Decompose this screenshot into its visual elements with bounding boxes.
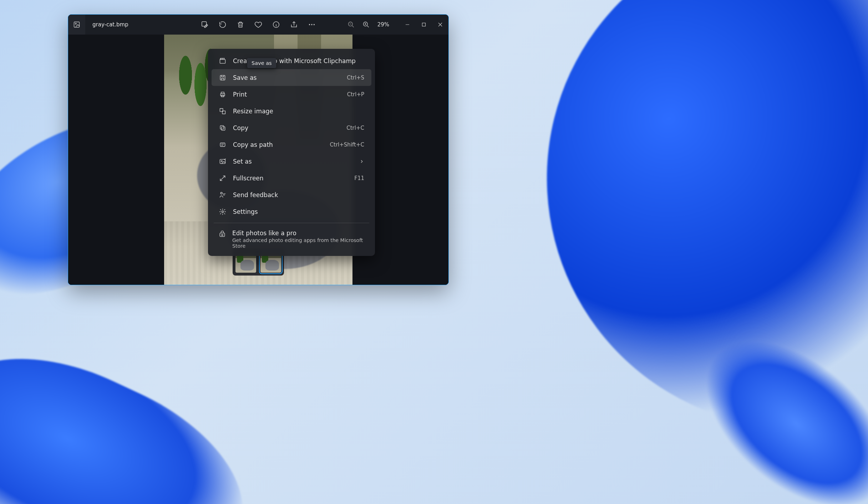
svg-point-6 bbox=[314, 24, 315, 25]
svg-rect-24 bbox=[222, 234, 222, 235]
more-icon bbox=[308, 21, 316, 29]
menu-item-shortcut: Ctrl+C bbox=[346, 125, 364, 131]
info-button[interactable] bbox=[271, 20, 281, 30]
svg-rect-17 bbox=[220, 125, 224, 129]
menu-item-label: Send feedback bbox=[233, 191, 358, 199]
favorite-button[interactable] bbox=[253, 20, 263, 30]
svg-point-5 bbox=[311, 24, 312, 25]
printer-icon bbox=[219, 91, 227, 98]
menu-item-shortcut: F11 bbox=[354, 175, 364, 181]
wallpaper-swirl bbox=[0, 320, 272, 504]
svg-rect-26 bbox=[222, 235, 222, 236]
feedback-icon bbox=[219, 191, 227, 199]
menu-item-label: Copy as path bbox=[233, 141, 324, 148]
more-context-menu: Create a video with Microsoft Clipchamp … bbox=[208, 49, 375, 256]
svg-rect-10 bbox=[220, 59, 225, 63]
zoom-out-button[interactable] bbox=[346, 20, 356, 30]
menu-item-print[interactable]: Print Ctrl+P bbox=[212, 86, 371, 103]
menu-item-resize[interactable]: Resize image bbox=[212, 103, 371, 119]
save-icon bbox=[219, 74, 227, 81]
heart-icon bbox=[254, 21, 262, 29]
menu-item-label: Save as bbox=[233, 74, 340, 81]
zoom-out-icon bbox=[347, 21, 355, 28]
svg-rect-9 bbox=[422, 23, 426, 26]
edit-image-button[interactable] bbox=[200, 20, 210, 30]
close-icon bbox=[438, 22, 442, 27]
copy-path-icon bbox=[219, 141, 227, 148]
zoom-in-button[interactable] bbox=[361, 20, 371, 30]
zoom-in-icon bbox=[362, 21, 370, 28]
close-button[interactable] bbox=[432, 17, 448, 32]
menu-item-clipchamp[interactable]: Create a video with Microsoft Clipchamp bbox=[212, 52, 371, 69]
menu-item-copypath[interactable]: Copy as path Ctrl+Shift+C bbox=[212, 136, 371, 153]
promo-title: Edit photos like a pro bbox=[232, 230, 364, 237]
minimize-icon bbox=[405, 22, 410, 27]
svg-point-1 bbox=[75, 23, 76, 24]
svg-rect-18 bbox=[220, 143, 225, 146]
set-as-icon bbox=[219, 158, 227, 165]
tooltip-text: Save as bbox=[252, 60, 272, 66]
menu-separator bbox=[214, 223, 369, 223]
clapperboard-icon bbox=[219, 57, 227, 65]
menu-item-settings[interactable]: Settings bbox=[212, 203, 371, 220]
svg-rect-16 bbox=[222, 127, 225, 130]
copy-icon bbox=[219, 124, 227, 132]
fullscreen-icon bbox=[219, 175, 227, 182]
menu-item-shortcut: Ctrl+P bbox=[347, 91, 364, 98]
menu-item-shortcut: Ctrl+Shift+C bbox=[330, 142, 364, 148]
tooltip: Save as bbox=[247, 58, 276, 68]
svg-rect-23 bbox=[220, 233, 224, 237]
svg-rect-25 bbox=[222, 234, 223, 235]
menu-item-shortcut: Ctrl+S bbox=[347, 74, 364, 81]
menu-item-feedback[interactable]: Send feedback bbox=[212, 186, 371, 203]
menu-item-label: Print bbox=[233, 91, 341, 98]
info-icon bbox=[272, 21, 280, 29]
menu-item-label: Copy bbox=[233, 124, 340, 132]
delete-button[interactable] bbox=[235, 20, 245, 30]
gear-icon bbox=[219, 208, 227, 215]
edit-image-icon bbox=[201, 21, 209, 29]
menu-item-copy[interactable]: Copy Ctrl+C bbox=[212, 119, 371, 136]
zoom-controls: 29% bbox=[346, 20, 389, 30]
svg-rect-12 bbox=[220, 93, 225, 96]
toolbar bbox=[200, 20, 317, 30]
maximize-button[interactable] bbox=[416, 17, 432, 32]
menu-item-label: Set as bbox=[233, 158, 353, 165]
menu-item-label: Fullscreen bbox=[233, 175, 348, 182]
promo-subtitle: Get advanced photo editing apps from the… bbox=[232, 237, 364, 249]
resize-icon bbox=[219, 108, 227, 115]
window-controls bbox=[399, 17, 448, 32]
photos-app-window: gray-cat.bmp bbox=[68, 14, 449, 285]
chevron-right-icon bbox=[359, 159, 364, 164]
rotate-button[interactable] bbox=[218, 20, 228, 30]
share-icon bbox=[290, 21, 298, 29]
app-icon[interactable] bbox=[68, 15, 85, 35]
more-button[interactable] bbox=[307, 20, 317, 30]
minimize-button[interactable] bbox=[399, 17, 416, 32]
menu-item-label: Resize image bbox=[233, 108, 358, 115]
rotate-icon bbox=[219, 21, 227, 29]
share-button[interactable] bbox=[289, 20, 299, 30]
zoom-level[interactable]: 29% bbox=[377, 21, 389, 28]
svg-point-20 bbox=[221, 160, 222, 161]
svg-point-21 bbox=[220, 192, 222, 194]
svg-rect-0 bbox=[74, 22, 80, 27]
menu-item-saveas[interactable]: Save as Ctrl+S bbox=[212, 69, 371, 86]
store-icon bbox=[219, 230, 226, 249]
titlebar: gray-cat.bmp bbox=[68, 15, 448, 35]
maximize-icon bbox=[422, 22, 426, 27]
svg-point-4 bbox=[309, 24, 310, 25]
file-name: gray-cat.bmp bbox=[92, 21, 128, 28]
menu-item-fullscreen[interactable]: Fullscreen F11 bbox=[212, 170, 371, 186]
svg-point-22 bbox=[222, 211, 224, 212]
trash-icon bbox=[237, 21, 244, 29]
svg-rect-11 bbox=[220, 75, 225, 80]
menu-item-setas[interactable]: Set as bbox=[212, 153, 371, 170]
menu-item-label: Settings bbox=[233, 208, 358, 215]
menu-item-edit-pro[interactable]: Edit photos like a pro Get advanced phot… bbox=[212, 226, 371, 254]
svg-rect-27 bbox=[222, 235, 223, 236]
